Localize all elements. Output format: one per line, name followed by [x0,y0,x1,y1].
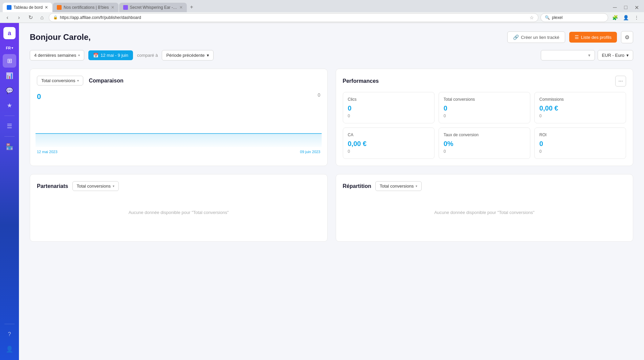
compare-period-select[interactable]: Période précédente ▾ [162,50,213,61]
perf-card-comm-title: Commissions [539,97,621,102]
shop-icon: 🏪 [6,143,13,150]
perf-card-ca: CA 0,00 € 0 [343,127,435,159]
forward-button[interactable]: › [14,13,24,22]
perf-card-tc2-main: 0% [444,140,525,148]
partenariats-section: Partenariats Total conversions ▾ Aucune … [30,174,328,242]
tab-favicon-1 [7,5,12,10]
new-tab-button[interactable]: + [187,3,196,11]
star-icon: ★ [7,102,12,109]
sidebar-divider-1 [4,116,15,116]
minimize-button[interactable]: ─ [610,3,620,12]
list-icon: ☰ [575,34,579,40]
tab-favicon-3 [123,5,128,10]
perf-card-commissions: Commissions 0,00 € 0 [534,92,626,123]
perf-card-tc-main: 0 [444,104,525,112]
partenariats-metric-select[interactable]: Total conversions ▾ [72,181,119,191]
maximize-button[interactable]: □ [621,3,630,12]
header-actions: 🔗 Créer un lien tracké ☰ Liste des profi… [507,31,633,43]
sidebar-item-messages[interactable]: 💬 [3,84,16,97]
performances-more-button[interactable]: ··· [615,76,626,87]
list-icon: ☰ [7,122,12,130]
tab-label-3: Secret Whispering Ear - Free ve... [130,5,177,10]
sidebar-item-shop[interactable]: 🏪 [3,140,16,153]
tab-favicon-2 [57,5,62,10]
currency-caret-icon: ▾ [626,53,629,58]
sidebar-item-dashboard[interactable]: ⊞ [3,54,16,68]
browser-tab-2[interactable]: Nos certifications | B'bies ✕ [53,3,118,12]
sidebar-item-user[interactable]: 👤 [3,342,16,356]
star-icon[interactable]: ☆ [530,15,534,20]
tab-close-1[interactable]: ✕ [45,5,48,10]
messages-icon: 💬 [6,87,13,94]
chevron-down-icon: ▾ [12,46,13,50]
close-window-button[interactable]: ✕ [632,3,641,12]
create-link-button[interactable]: 🔗 Créer un lien tracké [507,31,565,43]
help-icon: ? [8,331,11,337]
settings-icon: ⚙ [625,34,629,41]
sidebar-divider-2 [4,136,15,137]
repartition-header: Répartition Total conversions ▾ [343,181,626,191]
app-container: a FR ▾ ⊞ 📊 💬 ★ ☰ 🏪 ? [0,23,644,360]
browser-tab-3[interactable]: Secret Whispering Ear - Free ve... ✕ [119,3,187,12]
reload-button[interactable]: ↻ [26,13,35,22]
period-label: 4 dernières semaines [34,53,76,58]
chart-section: Total conversions ▾ Comparaison 0 0 [30,69,328,166]
perf-card-tc-sub: 0 [444,114,525,118]
browser-toolbar: ‹ › ↻ ⌂ 🔒 https://app.affilae.com/fr/pub… [0,12,644,23]
menu-button[interactable]: ⋮ [632,13,641,22]
chart-metric-select[interactable]: Total conversions ▾ [37,76,83,86]
repartition-no-data: Aucune donnée disponible pour "Total con… [343,196,626,229]
currency-select[interactable]: EUR - Euro ▾ [598,50,633,61]
address-bar[interactable]: 🔒 https://app.affilae.com/fr/publisher/d… [49,13,538,22]
search-bar[interactable]: 🔍 plexel [540,13,608,22]
repartition-section: Répartition Total conversions ▾ Aucune d… [336,174,634,242]
sidebar-item-list[interactable]: ☰ [3,119,16,133]
repartition-caret-icon: ▾ [416,184,417,188]
home-button[interactable]: ⌂ [37,13,47,22]
user-icon: 👤 [6,345,13,353]
lang-selector[interactable]: FR ▾ [6,46,13,50]
filter-right: ▾ EUR - Euro ▾ [541,50,633,61]
settings-button[interactable]: ⚙ [621,31,633,43]
filters-bar: 4 dernières semaines ▾ 📅 12 mai - 9 juin… [30,50,633,61]
calendar-icon: 📅 [93,53,98,58]
sidebar-bottom: ? 👤 [3,322,16,356]
partenariats-title: Partenariats [37,183,68,189]
period-select[interactable]: 4 dernières semaines ▾ [30,50,84,61]
sidebar-item-favorites[interactable]: ★ [3,99,16,112]
perf-card-ca-title: CA [348,133,429,137]
perf-card-total-conversions: Total conversions 0 0 [439,92,530,123]
advertiser-select[interactable]: ▾ [541,50,595,61]
sidebar: a FR ▾ ⊞ 📊 💬 ★ ☰ 🏪 ? [0,23,19,360]
partenariats-caret-icon: ▾ [113,184,114,188]
search-icon: 🔍 [545,15,550,20]
perf-card-tc2-title: Taux de conversion [444,133,525,137]
perf-card-clics-sub: 0 [348,114,429,118]
perf-grid: Clics 0 0 Total conversions 0 0 Commissi… [343,92,626,159]
browser-tab-1[interactable]: Tableau de bord ✕ [3,3,52,12]
chart-date-start: 12 mai 2023 [37,150,58,154]
metric-caret-icon: ▾ [77,79,79,82]
tab-close-2[interactable]: ✕ [111,5,114,10]
tab-close-3[interactable]: ✕ [179,5,183,10]
extensions-button[interactable]: 🧩 [610,13,620,22]
profile-button[interactable]: 👤 [621,13,630,22]
sidebar-item-help[interactable]: ? [3,328,16,341]
chart-svg [36,106,322,147]
back-button[interactable]: ‹ [3,13,12,22]
chart-value-right: 0 [318,92,320,98]
date-range-button[interactable]: 📅 12 mai - 9 juin [88,50,133,60]
tab-label-1: Tableau de bord [14,5,43,10]
perf-card-comm-main: 0,00 € [539,104,621,112]
search-text: plexel [552,15,562,20]
perf-card-roi: ROI 0 0 [534,127,626,159]
list-profiles-button[interactable]: ☰ Liste des profils [569,32,617,43]
advertiser-caret-icon: ▾ [588,53,591,58]
chart-dates: 12 mai 2023 09 juin 2023 [37,150,320,154]
perf-card-ca-sub: 0 [348,149,429,154]
repartition-metric-select[interactable]: Total conversions ▾ [375,181,422,191]
performances-section: Performances ··· Clics 0 0 Total convers… [336,69,634,166]
main-content: Bonjour Carole, 🔗 Créer un lien tracké ☰… [19,23,644,360]
perf-card-clics-main: 0 [348,104,429,112]
sidebar-item-stats[interactable]: 📊 [3,69,16,82]
